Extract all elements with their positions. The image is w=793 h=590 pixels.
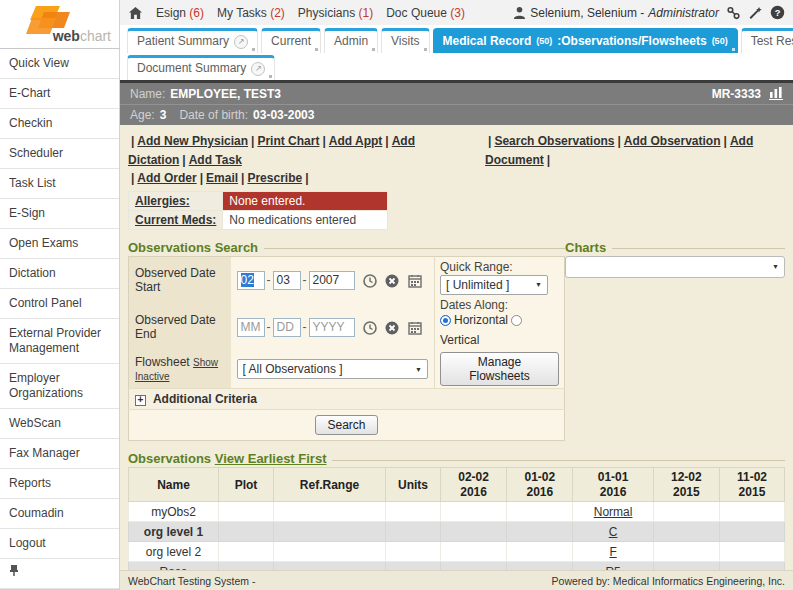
topbar-right: Selenium, Selenium - Administrator ? (513, 5, 785, 20)
patient-dob: 03-03-2003 (253, 108, 314, 122)
flowsheet-select[interactable]: [ All Observations ]▼ (237, 359, 429, 379)
end-day-input[interactable]: DD (273, 318, 301, 337)
tab-admin[interactable]: Admin (324, 28, 378, 53)
app-window: webchart Quick ViewE-ChartCheckinSchedul… (0, 0, 793, 590)
dates-along-horizontal-radio[interactable] (440, 315, 451, 326)
menu-count: (2) (270, 6, 285, 20)
sidebar-item-coumadin[interactable]: Coumadin (0, 499, 119, 529)
view-earliest-first-link[interactable]: View Earliest First (215, 451, 327, 466)
menu-label: Doc Queue (386, 6, 450, 20)
topbar-menu-esign[interactable]: Esign (6) (156, 6, 204, 20)
dob-label: Date of birth: (179, 108, 248, 122)
sidebar-item-logout[interactable]: Logout (0, 529, 119, 559)
home-icon[interactable] (128, 6, 143, 20)
tab-document-summary[interactable]: Document Summary↗ (127, 55, 275, 80)
external-link-icon: ↗ (251, 62, 265, 76)
user-menu[interactable]: Selenium, Selenium - Administrator (513, 6, 719, 20)
charts-title: Charts (565, 240, 606, 255)
tab-current[interactable]: Current (261, 28, 321, 53)
observation-row-org-level-1: org level 1C (129, 522, 785, 542)
wand-icon[interactable] (748, 6, 763, 20)
menu-count: (6) (189, 6, 204, 20)
sidebar-item-quick-view[interactable]: Quick View (0, 49, 119, 79)
end-calendar-icon[interactable] (408, 321, 422, 335)
dates-along-vertical-radio[interactable] (511, 315, 522, 326)
action-link-email[interactable]: Email (206, 171, 238, 185)
sidebar-item-task-list[interactable]: Task List (0, 169, 119, 199)
start-day-input[interactable]: 03 (273, 271, 301, 290)
additional-criteria-toggle[interactable]: Additional Criteria (153, 392, 257, 406)
end-year-input[interactable]: YYYY (309, 318, 355, 337)
end-month-input[interactable]: MM (237, 318, 265, 337)
sidebar-item-fax-manager[interactable]: Fax Manager (0, 439, 119, 469)
external-link-icon: ↗ (234, 35, 248, 49)
sidebar-item-reports[interactable]: Reports (0, 469, 119, 499)
start-year-input[interactable]: 2007 (309, 271, 355, 290)
patient-charts-icon[interactable] (769, 87, 783, 100)
current-meds-link[interactable]: Current Meds: (135, 213, 216, 227)
separator: | (128, 134, 137, 148)
end-time-icon[interactable] (363, 321, 377, 335)
tab-test-results[interactable]: Test Results (741, 28, 793, 53)
sidebar-item-external-provider-management[interactable]: External Provider Management (0, 319, 119, 364)
start-calendar-icon[interactable] (408, 274, 422, 288)
action-link-add-new-physician[interactable]: Add New Physician (137, 134, 248, 148)
sidebar-item-dictation[interactable]: Dictation (0, 259, 119, 289)
start-clear-icon[interactable] (385, 274, 399, 288)
expand-icon[interactable]: + (135, 395, 146, 406)
link-icon[interactable] (726, 6, 741, 20)
quick-range-select[interactable]: [ Unlimited ]▼ (440, 275, 548, 295)
topbar-menu: Esign (6)My Tasks (2)Physicians (1)Doc Q… (156, 6, 465, 20)
topbar-menu-my-tasks[interactable]: My Tasks (2) (217, 6, 285, 20)
units-cell (386, 502, 441, 522)
sidebar-item-employer-organizations[interactable]: Employer Organizations (0, 364, 119, 409)
observation-value-link[interactable]: F (609, 545, 616, 559)
end-clear-icon[interactable] (385, 321, 399, 335)
start-month-input[interactable]: 02 (237, 271, 265, 290)
sidebar-item-webscan[interactable]: WebScan (0, 409, 119, 439)
tab-medical-record-50-observations-flowsheets-50[interactable]: Medical Record (50):Observations/Flowshe… (433, 28, 738, 53)
action-link-add-task[interactable]: Add Task (189, 153, 242, 167)
observations-search-panel: Observations Search Observed Date Start … (128, 240, 565, 442)
charts-panel: Charts ▼ (565, 240, 785, 278)
sidebar-item-checkin[interactable]: Checkin (0, 109, 119, 139)
action-link-add-observation[interactable]: Add Observation (624, 134, 721, 148)
charts-select[interactable]: ▼ (565, 256, 785, 278)
action-link-search-observations[interactable]: Search Observations (494, 134, 614, 148)
panels-row: Observations Search Observed Date Start … (128, 240, 785, 442)
sidebar-item-e-sign[interactable]: E-Sign (0, 199, 119, 229)
webchart-logo[interactable]: webchart (0, 0, 120, 49)
sidebar-item-e-chart[interactable]: E-Chart (0, 79, 119, 109)
tab-patient-summary[interactable]: Patient Summary↗ (127, 28, 258, 53)
observation-value-link[interactable]: C (609, 525, 618, 539)
manage-flowsheets-button[interactable]: Manage Flowsheets (440, 352, 559, 386)
value-cell: R5 (573, 562, 653, 570)
action-link-print-chart[interactable]: Print Chart (257, 134, 319, 148)
action-link-add-appt[interactable]: Add Appt (329, 134, 383, 148)
tab-visits[interactable]: Visits (381, 28, 429, 53)
sidebar-item-control-panel[interactable]: Control Panel (0, 289, 119, 319)
user-icon (513, 6, 526, 19)
value-cell (719, 542, 784, 562)
action-link-add-order[interactable]: Add Order (137, 171, 196, 185)
sidebar-item-open-exams[interactable]: Open Exams (0, 229, 119, 259)
patient-name: EMPLOYEE, TEST3 (170, 87, 281, 101)
observation-row-org-level-2: org level 2F (129, 542, 785, 562)
top-bar: Esign (6)My Tasks (2)Physicians (1)Doc Q… (120, 0, 793, 25)
action-link-prescribe[interactable]: Prescribe (247, 171, 302, 185)
value-cell (507, 522, 573, 542)
value-cell (653, 562, 719, 570)
start-time-icon[interactable] (363, 274, 377, 288)
sidebar-pin-icon[interactable] (0, 559, 119, 589)
help-icon[interactable]: ? (770, 5, 785, 20)
value-cell (719, 522, 784, 542)
topbar-menu-physicians[interactable]: Physicians (1) (298, 6, 373, 20)
value-cell (441, 542, 507, 562)
value-cell (653, 542, 719, 562)
search-button[interactable]: Search (315, 415, 377, 435)
tab-label-part: (50) (536, 36, 552, 47)
sidebar-item-scheduler[interactable]: Scheduler (0, 139, 119, 169)
allergies-link[interactable]: Allergies: (135, 194, 190, 208)
observation-value-link[interactable]: Normal (594, 505, 633, 519)
topbar-menu-doc-queue[interactable]: Doc Queue (3) (386, 6, 465, 20)
